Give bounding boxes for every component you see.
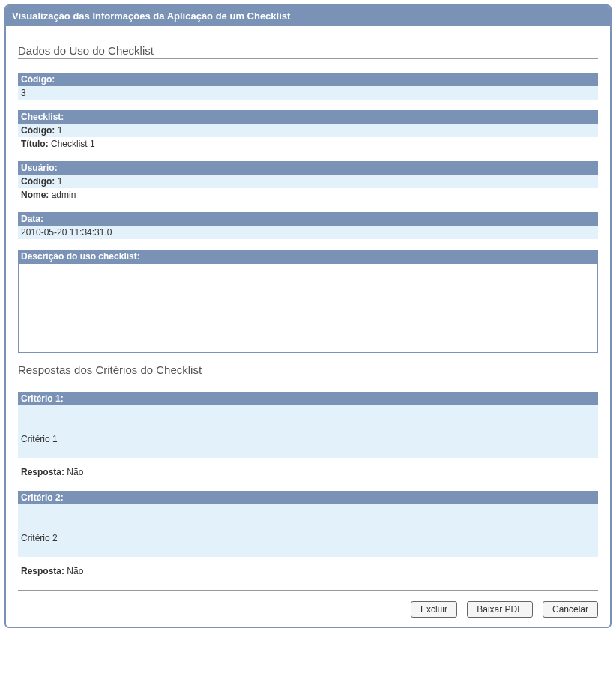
usuario-nome-label: Nome: (21, 190, 49, 200)
criterio-resposta-value: Não (67, 566, 83, 576)
section-dados-title: Dados do Uso do Checklist (18, 44, 598, 59)
criterio-resposta-value: Não (67, 467, 83, 477)
codigo-block: Código: 3 (18, 73, 598, 100)
excluir-button[interactable]: Excluir (411, 601, 457, 618)
criterio-block: Critério 1: Critério 1 Resposta: Não (18, 392, 598, 480)
criterio-header: Critério 2: (18, 491, 598, 504)
cancelar-button[interactable]: Cancelar (543, 601, 598, 618)
checklist-codigo-row: Código: 1 (18, 124, 598, 137)
criterio-resposta-row: Resposta: Não (18, 458, 598, 480)
usuario-nome-value: admin (52, 190, 76, 200)
codigo-header: Código: (18, 73, 598, 86)
section-respostas-title: Respostas dos Critérios do Checklist (18, 363, 598, 378)
usuario-codigo-value: 1 (58, 176, 63, 187)
usuario-block: Usuário: Código: 1 Nome: admin (18, 161, 598, 202)
dialog-titlebar: Visualização das Informações da Aplicaçã… (6, 6, 610, 26)
checklist-titulo-row: Título: Checklist 1 (18, 137, 598, 151)
data-header: Data: (18, 212, 598, 226)
criterio-block: Critério 2: Critério 2 Resposta: Não (18, 491, 598, 579)
checklist-codigo-label: Código: (21, 125, 55, 136)
baixar-pdf-button[interactable]: Baixar PDF (467, 601, 532, 618)
button-row: Excluir Baixar PDF Cancelar (18, 590, 598, 618)
checklist-titulo-value: Checklist 1 (51, 139, 95, 149)
descricao-textarea (18, 263, 598, 353)
usuario-header: Usuário: (18, 161, 598, 175)
descricao-header: Descrição do uso checklist: (18, 250, 598, 263)
checklist-block: Checklist: Código: 1 Título: Checklist 1 (18, 110, 598, 151)
data-block: Data: 2010-05-20 11:34:31.0 (18, 212, 598, 239)
dialog-title: Visualização das Informações da Aplicaçã… (12, 10, 290, 22)
criterio-resposta-row: Resposta: Não (18, 557, 598, 579)
checklist-titulo-label: Título: (21, 139, 49, 149)
usuario-codigo-row: Código: 1 (18, 175, 598, 188)
codigo-value: 3 (18, 86, 598, 100)
checklist-header: Checklist: (18, 110, 598, 124)
criterio-body: Critério 2 (18, 504, 598, 557)
dialog-content: Dados do Uso do Checklist Código: 3 Chec… (6, 26, 610, 627)
criterio-resposta-label: Resposta: (21, 467, 64, 477)
criterio-header: Critério 1: (18, 392, 598, 405)
dialog-window: Visualização das Informações da Aplicaçã… (4, 4, 612, 628)
criterio-body: Critério 1 (18, 405, 598, 458)
data-value: 2010-05-20 11:34:31.0 (18, 226, 598, 239)
descricao-block: Descrição do uso checklist: (18, 250, 598, 353)
usuario-codigo-label: Código: (21, 176, 55, 187)
criterio-resposta-label: Resposta: (21, 566, 64, 576)
usuario-nome-row: Nome: admin (18, 188, 598, 202)
checklist-codigo-value: 1 (58, 125, 63, 136)
